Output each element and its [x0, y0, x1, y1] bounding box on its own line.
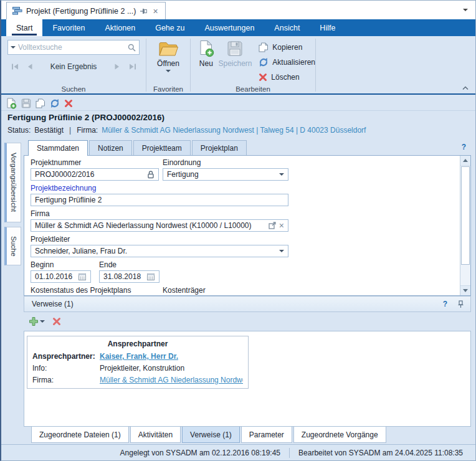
- last-result-button[interactable]: [125, 61, 140, 72]
- tab-notizen[interactable]: Notizen: [89, 140, 132, 155]
- projektnummer-field[interactable]: PROJ00002/2016: [31, 168, 159, 181]
- clear-icon[interactable]: ×: [278, 221, 285, 230]
- record-status-line: Status: Bestätigt | Firma: Müller & Schm…: [7, 126, 469, 135]
- status-label: Status:: [7, 126, 31, 135]
- menu-start[interactable]: Start: [6, 19, 42, 36]
- beginn-label: Beginn: [31, 257, 91, 270]
- menu-ansicht[interactable]: Ansicht: [264, 19, 310, 36]
- vertical-scrollbar[interactable]: [460, 156, 470, 295]
- tab-projektplan[interactable]: Projektplan: [192, 140, 247, 155]
- created-info: Angelegt von SYSADM am 02.12.2016 08:19:…: [112, 449, 290, 457]
- save-icon: [227, 40, 243, 57]
- open-external-icon[interactable]: [267, 221, 278, 230]
- close-icon[interactable]: ×: [151, 7, 159, 16]
- card-label: Firma:: [32, 376, 100, 384]
- modified-info: Bearbeitet von SYSADM am 24.04.2025 11:0…: [290, 449, 472, 457]
- ende-value: 31.08.2018: [103, 272, 145, 281]
- tab-aktivitaeten[interactable]: Aktivitäten: [130, 427, 181, 443]
- save-button-label: Speichern: [218, 59, 252, 68]
- pin-icon[interactable]: [457, 300, 464, 308]
- pin-icon[interactable]: [140, 7, 148, 15]
- calendar-icon[interactable]: [77, 272, 88, 281]
- delete-icon[interactable]: [64, 99, 73, 108]
- menu-favoriten[interactable]: Favoriten: [42, 19, 95, 36]
- menu-auswertungen[interactable]: Auswertungen: [194, 19, 264, 36]
- scroll-up-icon[interactable]: [460, 156, 470, 166]
- chevron-down-icon[interactable]: [278, 250, 285, 252]
- beginn-value: 01.10.2016: [35, 272, 77, 281]
- info-value: Projektleiter, Konstruktion: [100, 364, 184, 373]
- tab-verweise[interactable]: Verweise (1): [182, 427, 240, 443]
- projektbezeichnung-field[interactable]: Fertigung Prüflinie 2: [31, 194, 288, 206]
- fulltext-search-combobox[interactable]: [7, 40, 140, 55]
- lock-icon: [146, 170, 156, 179]
- status-value: Bestätigt: [34, 126, 64, 135]
- tab-parameter[interactable]: Parameter: [241, 427, 292, 443]
- menu-gehe-zu[interactable]: Gehe zu: [145, 19, 194, 36]
- verweise-panel: Verweise (1) ? Ansprechpartner Ansprechp…: [24, 296, 471, 427]
- verweise-header: Verweise (1) ?: [24, 296, 471, 312]
- einordnung-dropdown[interactable]: Fertigung: [163, 168, 288, 181]
- help-icon[interactable]: ?: [462, 143, 466, 151]
- firma-field[interactable]: Müller & Schmidt AG Niederlassung Nordwe…: [31, 219, 288, 232]
- tab-projektteam[interactable]: Projektteam: [133, 140, 191, 155]
- beginn-date-field[interactable]: 01.10.2016: [31, 270, 91, 283]
- firma-link[interactable]: Müller & Schmidt AG Niederlassung Nordwe…: [100, 376, 243, 384]
- titlebar: Projekt (Fertigung Prüflinie 2 ...) ×: [1, 1, 475, 19]
- calendar-icon[interactable]: [145, 272, 156, 281]
- first-result-button[interactable]: [7, 61, 22, 72]
- add-dropdown-icon[interactable]: [39, 320, 46, 323]
- group-label-suchen: Suchen: [1, 85, 146, 93]
- ende-label: Ende: [99, 257, 159, 270]
- card-row-info: Info: Projektleiter, Konstruktion: [27, 362, 248, 374]
- next-result-button[interactable]: [110, 61, 125, 72]
- card-row-ansprechpartner: Ansprechpartner: Kaiser, Frank, Herr Dr.: [27, 350, 248, 362]
- delete-button-label: Löschen: [271, 73, 299, 82]
- new-button-label: Neu: [199, 59, 213, 68]
- refresh-icon[interactable]: [50, 98, 60, 108]
- tab-zugeordnete-dateien[interactable]: Zugeordnete Dateien (1): [31, 427, 129, 443]
- ribbon-tab-bar: Start Favoriten Aktionen Gehe zu Auswert…: [1, 19, 475, 36]
- new-icon[interactable]: [6, 98, 17, 109]
- projektleiter-label: Projektleiter: [31, 232, 470, 245]
- scroll-down-icon[interactable]: [460, 285, 470, 295]
- copy-button[interactable]: Kopieren: [259, 40, 315, 55]
- collapse-ribbon-icon[interactable]: [462, 85, 469, 90]
- add-reference-button[interactable]: [29, 316, 39, 326]
- copy-icon[interactable]: [36, 98, 45, 108]
- search-input[interactable]: [18, 43, 124, 52]
- chevron-down-icon[interactable]: [278, 173, 285, 176]
- tab-stammdaten[interactable]: Stammdaten: [28, 140, 88, 156]
- contact-link[interactable]: Kaiser, Frank, Herr Dr.: [100, 352, 178, 361]
- menu-aktionen[interactable]: Aktionen: [95, 19, 146, 36]
- firma-label: Firma: [31, 206, 470, 219]
- delete-button[interactable]: Löschen: [259, 70, 315, 85]
- refresh-button[interactable]: Aktualisieren: [259, 55, 315, 70]
- scrollbar-thumb[interactable]: [461, 166, 470, 265]
- ribbon-separator: [315, 39, 316, 92]
- new-document-icon: [198, 40, 214, 57]
- tab-zugeordnete-vorgaenge[interactable]: Zugeordnete Vorgänge: [293, 427, 386, 443]
- firma-address-link[interactable]: Müller & Schmidt AG Niederlassung Nordwe…: [102, 126, 366, 135]
- delete-reference-button[interactable]: [52, 317, 61, 326]
- search-dropdown-icon[interactable]: [8, 46, 18, 49]
- side-tab-suche[interactable]: Suche: [4, 227, 21, 265]
- ende-date-field[interactable]: 31.08.2018: [99, 270, 159, 283]
- open-button[interactable]: Öffnen: [157, 36, 179, 72]
- project-icon: [12, 7, 22, 15]
- side-tab-vorgangsuebersicht[interactable]: Vorgangsübersicht: [4, 143, 21, 222]
- menu-hilfe[interactable]: Hilfe: [310, 19, 345, 36]
- save-icon[interactable]: [21, 98, 31, 108]
- bottom-tab-strip: Zugeordnete Dateien (1) Aktivitäten Verw…: [24, 427, 471, 444]
- kostenstatus-label: Kostenstatus des Projektplans: [31, 283, 159, 296]
- search-icon[interactable]: [124, 44, 139, 52]
- ansprechpartner-card[interactable]: Ansprechpartner Ansprechpartner: Kaiser,…: [27, 336, 249, 389]
- previous-result-button[interactable]: [22, 61, 37, 72]
- projektleiter-dropdown[interactable]: Schneider, Juliane, Frau Dr.: [31, 245, 288, 257]
- ribbon-group-suchen: Kein Ergebnis Suchen: [1, 36, 146, 93]
- quick-toolbar: [1, 96, 475, 111]
- window-menu-arrow-icon[interactable]: [463, 9, 468, 11]
- help-icon[interactable]: ?: [443, 300, 447, 308]
- copy-icon: [259, 42, 269, 52]
- document-tab[interactable]: Projekt (Fertigung Prüflinie 2 ...) ×: [6, 2, 166, 19]
